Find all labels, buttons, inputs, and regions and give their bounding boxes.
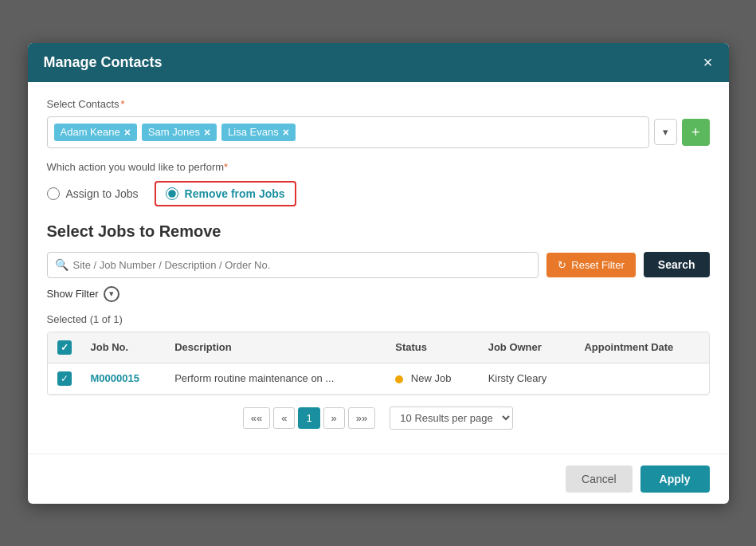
contact-tag-label: Adam Keane: [61, 126, 120, 138]
contacts-label: Select Contacts*: [47, 98, 710, 110]
contact-tag-label: Lisa Evans: [228, 126, 279, 138]
contact-tag-label: Sam Jones: [148, 126, 200, 138]
pagination-area: «« « 1 » »» 10 Results per page 25 Resul…: [47, 407, 710, 438]
action-radio-group: Assign to Jobs Remove from Jobs: [47, 181, 710, 206]
jobs-table-head: ✓ Job No. Description Status Job Owner A…: [48, 332, 709, 363]
row-job-no: M0000015: [81, 363, 166, 394]
contact-tag-lisa-evans: Lisa Evans ×: [221, 124, 296, 141]
col-job-no: Job No.: [81, 332, 166, 363]
selected-count: Selected (1 of 1): [47, 313, 710, 325]
results-per-page-wrapper: 10 Results per page 25 Results per page …: [390, 407, 513, 430]
jobs-table: ✓ Job No. Description Status Job Owner A…: [48, 332, 709, 395]
status-dot: [395, 375, 403, 383]
col-checkbox: ✓: [48, 332, 81, 363]
radio-assign-label: Assign to Jobs: [66, 187, 139, 200]
results-per-page-select[interactable]: 10 Results per page 25 Results per page …: [390, 407, 513, 430]
show-filter-row[interactable]: Show Filter ▾: [47, 286, 710, 302]
col-job-owner: Job Owner: [479, 332, 575, 363]
page-next-button[interactable]: »: [323, 407, 345, 429]
row-description: Perform routine maintenance on ...: [165, 363, 386, 394]
search-icon: 🔍: [55, 258, 69, 271]
job-link[interactable]: M0000015: [91, 372, 139, 384]
radio-remove-input[interactable]: [166, 187, 178, 200]
row-status: New Job: [386, 363, 478, 394]
jobs-table-wrapper: ✓ Job No. Description Status Job Owner A…: [47, 332, 710, 395]
contact-tag-remove[interactable]: ×: [124, 126, 131, 139]
manage-contacts-modal: Manage Contacts × Select Contacts* Adam …: [28, 43, 729, 504]
apply-button[interactable]: Apply: [640, 465, 710, 493]
page-current-button[interactable]: 1: [298, 407, 319, 429]
page-last-button[interactable]: »»: [348, 407, 375, 429]
row-checkbox[interactable]: ✓: [57, 371, 72, 386]
page-prev-button[interactable]: «: [273, 407, 295, 429]
col-description: Description: [165, 332, 386, 363]
contact-tag-sam-jones: Sam Jones ×: [142, 124, 217, 141]
search-input-wrapper: 🔍: [47, 252, 539, 278]
modal-footer: Cancel Apply: [28, 454, 729, 504]
modal-body: Select Contacts* Adam Keane × Sam Jones …: [28, 82, 729, 454]
radio-remove-label: Remove from Jobs: [185, 187, 285, 200]
table-header-row: ✓ Job No. Description Status Job Owner A…: [48, 332, 709, 363]
contacts-dropdown-button[interactable]: ▾: [654, 119, 677, 145]
modal-close-button[interactable]: ×: [703, 54, 713, 70]
action-label: Which action you would like to perform*: [47, 161, 710, 173]
reset-filter-label: Reset Filter: [571, 259, 624, 271]
header-checkbox[interactable]: ✓: [57, 340, 72, 355]
search-button[interactable]: Search: [644, 252, 710, 277]
row-appointment-date: [574, 363, 708, 394]
contacts-input-box[interactable]: Adam Keane × Sam Jones × Lisa Evans ×: [47, 116, 649, 148]
radio-assign-to-jobs[interactable]: Assign to Jobs: [47, 187, 139, 200]
show-filter-label: Show Filter: [47, 288, 99, 300]
cancel-button[interactable]: Cancel: [566, 465, 633, 493]
modal-title: Manage Contacts: [44, 54, 163, 71]
col-appointment-date: Appointment Date: [574, 332, 708, 363]
contacts-add-button[interactable]: +: [682, 119, 710, 146]
radio-remove-from-jobs-highlighted[interactable]: Remove from Jobs: [155, 181, 296, 206]
show-filter-icon: ▾: [104, 286, 119, 302]
col-status: Status: [386, 332, 478, 363]
pagination-row: «« « 1 » »» 10 Results per page 25 Resul…: [243, 407, 514, 430]
jobs-table-body: ✓ M0000015 Perform routine maintenance o…: [48, 363, 709, 394]
search-row: 🔍 ↻ Reset Filter Search: [47, 252, 710, 278]
reset-icon: ↻: [558, 259, 566, 271]
contact-tag-remove[interactable]: ×: [204, 126, 210, 139]
page-first-button[interactable]: ««: [243, 407, 270, 429]
modal-header: Manage Contacts ×: [28, 43, 729, 82]
row-checkbox-cell: ✓: [48, 363, 81, 394]
row-job-owner: Kirsty Cleary: [479, 363, 575, 394]
contact-tag-adam-keane: Adam Keane ×: [54, 124, 137, 141]
contact-tag-remove[interactable]: ×: [283, 126, 289, 139]
search-input[interactable]: [47, 252, 539, 278]
status-label: New Job: [411, 372, 452, 384]
radio-assign-input[interactable]: [47, 187, 60, 200]
table-row: ✓ M0000015 Perform routine maintenance o…: [48, 363, 709, 394]
contacts-input-row: Adam Keane × Sam Jones × Lisa Evans × ▾ …: [47, 116, 710, 148]
reset-filter-button[interactable]: ↻ Reset Filter: [546, 253, 635, 277]
section-title: Select Jobs to Remove: [47, 222, 710, 241]
